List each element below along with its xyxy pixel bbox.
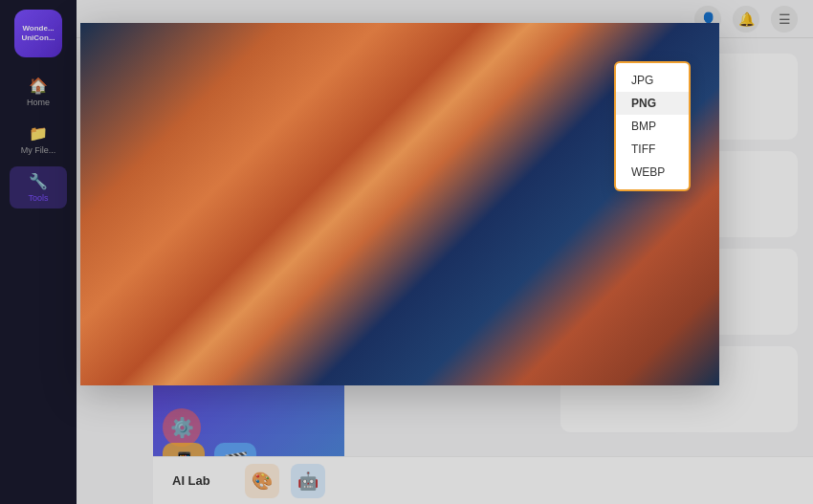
format-dropdown: JPG PNG BMP TIFF WEBP [614, 61, 691, 191]
image-card-2: ✓ matej-pribanic-2fu7CskIT... JPG->PNG(1… [265, 109, 423, 152]
image-converter-dialog: Image Converter Feedback ✕ 📥 Delete All … [80, 23, 719, 385]
format-option-webp[interactable]: WEBP [616, 161, 689, 184]
format-option-tiff[interactable]: TIFF [616, 138, 689, 161]
format-option-jpg[interactable]: JPG [616, 69, 689, 92]
image-thumb-2 [266, 131, 422, 152]
format-option-bmp[interactable]: BMP [616, 115, 689, 138]
format-option-png[interactable]: PNG [616, 92, 689, 115]
